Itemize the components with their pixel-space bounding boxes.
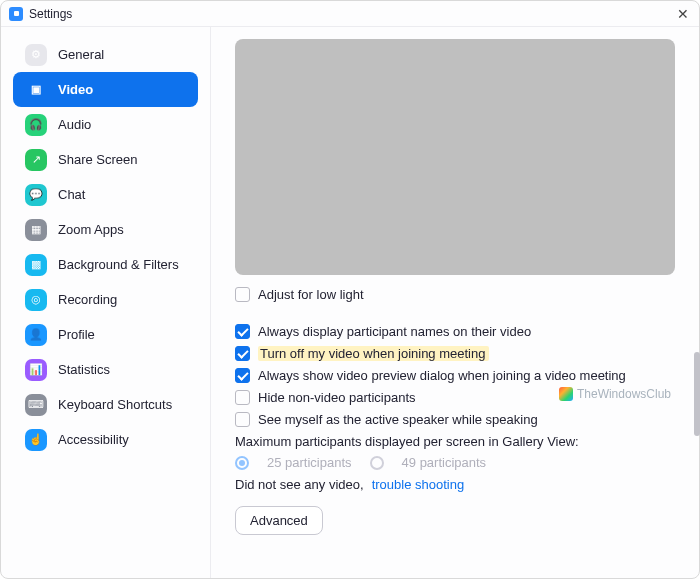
window-title: Settings <box>29 7 72 21</box>
option-adjust-low-light: Adjust for low light <box>235 287 675 302</box>
watermark-text: TheWindowsClub <box>577 387 671 401</box>
content-pane: Adjust for low light Always display part… <box>211 27 699 578</box>
sidebar-item-label: Profile <box>58 327 95 342</box>
zoom-apps-icon: ▦ <box>25 219 47 241</box>
checkbox[interactable] <box>235 368 250 383</box>
max-participants-label-row: Maximum participants displayed per scree… <box>235 434 675 449</box>
option-label: See myself as the active speaker while s… <box>258 412 538 427</box>
sidebar-item-label: Audio <box>58 117 91 132</box>
option-label: Hide non-video participants <box>258 390 416 405</box>
label-adjust-low-light: Adjust for low light <box>258 287 364 302</box>
sidebar-item-chat[interactable]: 💬Chat <box>13 177 198 212</box>
sidebar-item-share-screen[interactable]: ↗Share Screen <box>13 142 198 177</box>
sidebar-item-zoom-apps[interactable]: ▦Zoom Apps <box>13 212 198 247</box>
statistics-icon: 📊 <box>25 359 47 381</box>
no-video-row: Did not see any video, trouble shooting <box>235 477 675 492</box>
checkbox[interactable] <box>235 412 250 427</box>
checkbox[interactable] <box>235 390 250 405</box>
keyboard-shortcuts-icon: ⌨ <box>25 394 47 416</box>
sidebar-item-label: Background & Filters <box>58 257 179 272</box>
sidebar-item-label: Chat <box>58 187 85 202</box>
watermark: TheWindowsClub <box>559 387 671 401</box>
sidebar-item-label: General <box>58 47 104 62</box>
checkbox-adjust-low-light[interactable] <box>235 287 250 302</box>
audio-icon: 🎧 <box>25 114 47 136</box>
sidebar-item-label: Zoom Apps <box>58 222 124 237</box>
radio-49-participants[interactable] <box>370 456 384 470</box>
sidebar-item-label: Statistics <box>58 362 110 377</box>
watermark-icon <box>559 387 573 401</box>
sidebar-item-background-filters[interactable]: ▩Background & Filters <box>13 247 198 282</box>
sidebar-item-recording[interactable]: ◎Recording <box>13 282 198 317</box>
chat-icon: 💬 <box>25 184 47 206</box>
zoom-app-icon <box>9 7 23 21</box>
accessibility-icon: ☝ <box>25 429 47 451</box>
option-label: Always show video preview dialog when jo… <box>258 368 626 383</box>
checkbox[interactable] <box>235 324 250 339</box>
sidebar-item-label: Share Screen <box>58 152 138 167</box>
sidebar-item-keyboard-shortcuts[interactable]: ⌨Keyboard Shortcuts <box>13 387 198 422</box>
radio-25-participants[interactable] <box>235 456 249 470</box>
radio-49-label: 49 participants <box>402 455 487 470</box>
sidebar-item-audio[interactable]: 🎧Audio <box>13 107 198 142</box>
advanced-button[interactable]: Advanced <box>235 506 323 535</box>
settings-window: Settings ✕ ⚙General▣Video🎧Audio↗Share Sc… <box>0 0 700 579</box>
sidebar-item-label: Video <box>58 82 93 97</box>
checkbox[interactable] <box>235 346 250 361</box>
troubleshoot-link[interactable]: trouble shooting <box>372 477 465 492</box>
titlebar: Settings ✕ <box>1 1 699 27</box>
sidebar-item-label: Keyboard Shortcuts <box>58 397 172 412</box>
option-row: Turn off my video when joining meeting <box>235 346 675 361</box>
sidebar-item-general[interactable]: ⚙General <box>13 37 198 72</box>
background-filters-icon: ▩ <box>25 254 47 276</box>
sidebar-item-profile[interactable]: 👤Profile <box>13 317 198 352</box>
max-participants-radio-group: 25 participants 49 participants <box>235 455 675 470</box>
share-screen-icon: ↗ <box>25 149 47 171</box>
option-row: Always display participant names on thei… <box>235 324 675 339</box>
sidebar-item-label: Accessibility <box>58 432 129 447</box>
sidebar-item-statistics[interactable]: 📊Statistics <box>13 352 198 387</box>
sidebar-item-label: Recording <box>58 292 117 307</box>
sidebar-item-accessibility[interactable]: ☝Accessibility <box>13 422 198 457</box>
profile-icon: 👤 <box>25 324 47 346</box>
radio-25-label: 25 participants <box>267 455 352 470</box>
sidebar: ⚙General▣Video🎧Audio↗Share Screen💬Chat▦Z… <box>1 27 211 578</box>
max-participants-label: Maximum participants displayed per scree… <box>235 434 579 449</box>
sidebar-item-video[interactable]: ▣Video <box>13 72 198 107</box>
option-label: Turn off my video when joining meeting <box>258 346 489 361</box>
option-row: Always show video preview dialog when jo… <box>235 368 675 383</box>
option-row: See myself as the active speaker while s… <box>235 412 675 427</box>
video-icon: ▣ <box>25 79 47 101</box>
option-label: Always display participant names on thei… <box>258 324 531 339</box>
no-video-text: Did not see any video, <box>235 477 364 492</box>
gear-icon: ⚙ <box>25 44 47 66</box>
close-icon[interactable]: ✕ <box>677 7 689 21</box>
video-preview <box>235 39 675 275</box>
scrollbar-thumb[interactable] <box>694 352 700 436</box>
recording-icon: ◎ <box>25 289 47 311</box>
